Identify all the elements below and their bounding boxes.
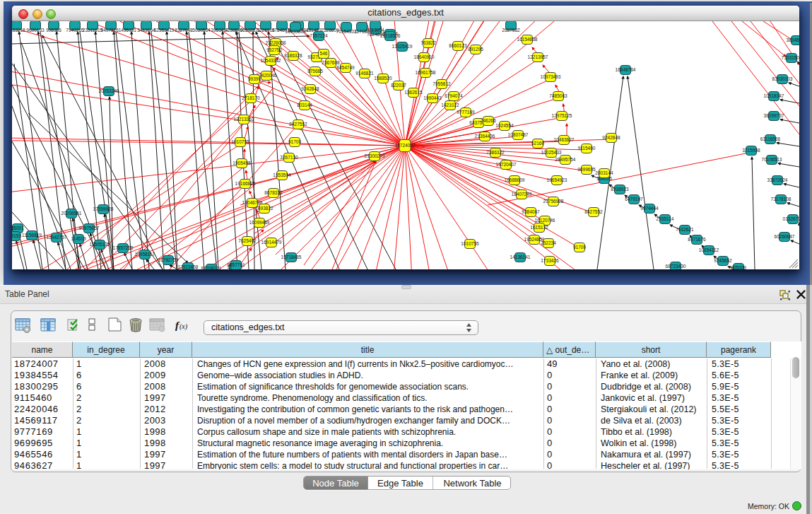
svg-text:1024554: 1024554 <box>495 123 514 128</box>
svg-text:1353594: 1353594 <box>273 173 291 177</box>
svg-text:16914479: 16914479 <box>261 240 282 245</box>
svg-text:908386: 908386 <box>46 28 61 33</box>
svg-text:10543342: 10543342 <box>261 58 281 63</box>
svg-text:7955812: 7955812 <box>433 81 451 86</box>
svg-text:16782759: 16782759 <box>158 257 179 262</box>
svg-text:11156819: 11156819 <box>22 233 42 238</box>
svg-text:546: 546 <box>320 51 328 56</box>
svg-text:1733426: 1733426 <box>541 258 559 263</box>
svg-text:73178108: 73178108 <box>771 197 792 201</box>
svg-text:9242848: 9242848 <box>301 86 319 91</box>
svg-text:8660123: 8660123 <box>449 43 467 48</box>
svg-text:7357224: 7357224 <box>310 33 328 38</box>
svg-text:20756928: 20756928 <box>543 199 564 204</box>
svg-text:15720407: 15720407 <box>496 162 517 167</box>
svg-text:16099489: 16099489 <box>249 220 270 225</box>
svg-text:16961758: 16961758 <box>416 70 436 75</box>
svg-text:68723430: 68723430 <box>666 264 686 269</box>
svg-text:8471676: 8471676 <box>688 237 706 242</box>
svg-text:60260647: 60260647 <box>775 234 795 239</box>
svg-text:63116566: 63116566 <box>760 136 781 141</box>
svg-text:8186328: 8186328 <box>284 53 302 58</box>
svg-text:17857255: 17857255 <box>113 245 134 250</box>
svg-text:18724007: 18724007 <box>395 143 416 148</box>
svg-text:746266: 746266 <box>481 118 496 123</box>
svg-text:10518347: 10518347 <box>764 93 784 98</box>
svg-text:2935114: 2935114 <box>657 216 674 221</box>
svg-text:2803144: 2803144 <box>595 170 613 175</box>
svg-text:7940265: 7940265 <box>66 28 84 33</box>
svg-text:18640910: 18640910 <box>414 54 435 59</box>
svg-text:6479197: 6479197 <box>625 197 643 201</box>
svg-text:1421022: 1421022 <box>441 103 459 107</box>
svg-text:19218506: 19218506 <box>380 33 401 38</box>
svg-text:99390: 99390 <box>248 76 261 81</box>
svg-text:9115460: 9115460 <box>578 146 596 151</box>
svg-text:891295: 891295 <box>468 47 483 52</box>
svg-text:14136141: 14136141 <box>510 255 531 259</box>
svg-text:23226058: 23226058 <box>266 40 286 45</box>
svg-text:01326773: 01326773 <box>783 216 799 221</box>
svg-text:7485063: 7485063 <box>549 93 567 98</box>
svg-text:8678332: 8678332 <box>264 190 283 195</box>
svg-text:21364436: 21364436 <box>475 134 495 139</box>
svg-text:10688609: 10688609 <box>505 177 525 182</box>
svg-text:1010755: 1010755 <box>231 139 249 144</box>
svg-text:8327648: 8327648 <box>175 28 193 33</box>
svg-text:94078161: 94078161 <box>101 28 122 33</box>
svg-text:805009: 805009 <box>731 265 746 269</box>
svg-text:1615132: 1615132 <box>530 225 548 230</box>
svg-text:88208121: 88208121 <box>201 266 222 269</box>
svg-text:(x): (x) <box>180 322 188 331</box>
svg-text:9777169: 9777169 <box>457 110 475 115</box>
svg-text:19654923: 19654923 <box>547 177 567 182</box>
svg-text:9242848: 9242848 <box>602 135 620 140</box>
svg-text:1010755: 1010755 <box>461 241 479 246</box>
svg-text:9857791: 9857791 <box>227 262 245 267</box>
svg-text:20053346: 20053346 <box>99 88 119 93</box>
svg-text:10463627: 10463627 <box>554 137 575 142</box>
svg-text:12213363: 12213363 <box>234 117 254 122</box>
svg-text:2718170: 2718170 <box>242 95 260 100</box>
svg-text:12923468: 12923468 <box>178 264 199 269</box>
svg-text:9699695: 9699695 <box>577 167 596 172</box>
svg-text:10973493: 10973493 <box>541 74 561 79</box>
svg-text:7386322: 7386322 <box>486 150 505 155</box>
svg-text:7632621: 7632621 <box>676 227 694 232</box>
svg-text:16033809: 16033809 <box>286 29 306 34</box>
svg-text:5030564: 5030564 <box>192 28 211 33</box>
svg-text:33872624: 33872624 <box>767 177 788 182</box>
svg-text:39153: 39153 <box>12 233 21 238</box>
svg-text:91700: 91700 <box>288 139 301 144</box>
svg-text:15718485: 15718485 <box>281 255 302 259</box>
svg-text:952750: 952750 <box>266 47 282 52</box>
svg-text:763822: 763822 <box>420 40 436 45</box>
svg-text:1990443: 1990443 <box>423 95 442 100</box>
svg-text:85001: 85001 <box>12 226 24 230</box>
svg-text:3267130: 3267130 <box>280 155 298 160</box>
svg-text:803144: 803144 <box>297 103 312 107</box>
svg-text:16648784: 16648784 <box>616 67 636 72</box>
svg-text:12505135: 12505135 <box>90 242 110 247</box>
svg-text:91700: 91700 <box>573 245 586 250</box>
svg-text:28495754: 28495754 <box>555 157 576 162</box>
svg-text:822037: 822037 <box>391 83 406 88</box>
svg-text:9384067: 9384067 <box>522 209 540 214</box>
svg-text:13325419: 13325419 <box>392 44 413 49</box>
svg-text:1588520: 1588520 <box>374 76 392 81</box>
svg-text:9474444: 9474444 <box>640 206 659 211</box>
svg-text:114519: 114519 <box>71 236 86 241</box>
svg-text:8427552: 8427552 <box>289 122 307 127</box>
svg-text:8813054: 8813054 <box>366 28 384 33</box>
svg-text:875685: 875685 <box>307 69 323 74</box>
svg-text:12942757: 12942757 <box>47 235 67 240</box>
svg-text:6794074: 6794074 <box>445 93 463 98</box>
svg-text:38346578: 38346578 <box>787 37 799 42</box>
svg-text:3413164: 3413164 <box>137 28 155 33</box>
svg-text:18407249: 18407249 <box>512 192 532 197</box>
svg-text:38299737: 38299737 <box>764 113 784 118</box>
svg-text:52553419: 52553419 <box>154 28 175 33</box>
svg-text:23511615: 23511615 <box>83 28 103 33</box>
svg-text:10958117: 10958117 <box>135 252 155 257</box>
svg-text:8938923: 8938923 <box>611 187 629 192</box>
